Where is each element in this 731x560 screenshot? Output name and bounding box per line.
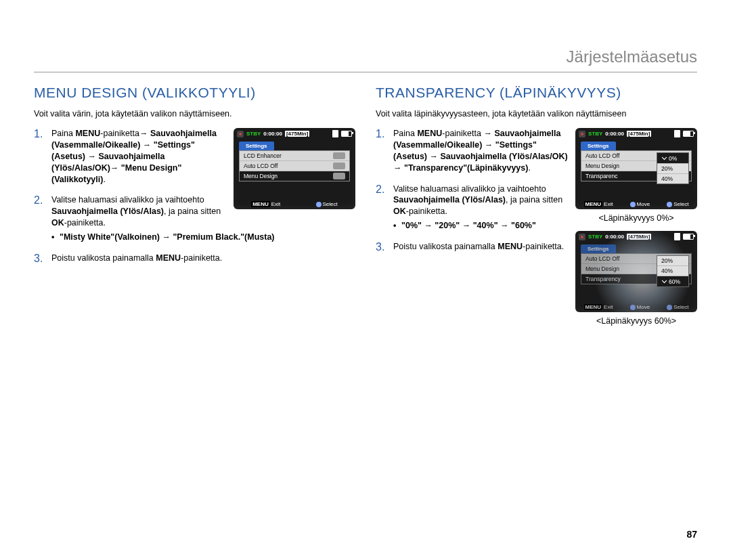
caption-60: <Läpinäkyvyys 60%> [575, 316, 697, 326]
step-1: Paina MENU-painiketta→ Sauvaohjaimella (… [34, 128, 355, 185]
popup-option: 20% [657, 256, 688, 266]
move-icon [630, 305, 636, 310]
popup-option: 40% [657, 174, 688, 184]
menu-tag: MENU [584, 304, 603, 310]
page-number: 87 [686, 529, 697, 540]
sd-card-icon [674, 233, 680, 240]
options-bullet: "Misty White"(Valkoinen) → "Premium Blac… [51, 232, 355, 243]
step-2: Valitse haluamasi alivalikko ja vaihtoeh… [34, 194, 355, 243]
cam-topbar: STBY 0:00:00 [475Min] [575, 231, 697, 241]
camera-mode-icon [579, 234, 585, 240]
transparency-intro: Voit valita läpinäkyvyysasteen, jota käy… [376, 109, 697, 119]
battery-icon [683, 234, 694, 240]
step-3: Poistu valikosta painamalla MENU-painike… [34, 253, 355, 264]
rec-time: 0:00:00 [605, 234, 624, 240]
menu-design-title: MENU DESIGN (VALIKKOTYYLI) [34, 85, 355, 101]
popup-option-selected: 60% [657, 276, 688, 286]
popup-option: 40% [657, 266, 688, 276]
step-2: Valitse haluamasi alivalikko ja vaihtoeh… [376, 184, 697, 232]
select-icon [667, 305, 672, 310]
options-bullet: "0%" → "20%" → "40%" → "60%" [393, 220, 697, 232]
remain-time: [475Min] [627, 234, 651, 240]
cam-bottom-bar: MENUExit Move Select [575, 304, 697, 310]
step-1: Paina MENU-painiketta → Sauvaohjaimella … [376, 128, 697, 174]
transparency-popup: 20% 40% 60% [657, 255, 689, 287]
menu-design-intro: Voit valita värin, jota käytetään valiko… [34, 109, 355, 119]
right-column: TRANSPARENCY (LÄPINÄKYVYYS) Voit valita … [376, 85, 697, 326]
step-3: Poistu valikosta painamalla MENU-painike… [376, 241, 697, 253]
move-label: Move [637, 304, 650, 310]
stby-label: STBY [588, 234, 602, 240]
page-header: Järjestelmäasetus [34, 47, 697, 72]
check-icon [662, 278, 667, 284]
exit-label: Exit [604, 304, 613, 310]
left-column: MENU DESIGN (VALIKKOTYYLI) Voit valita v… [34, 85, 355, 326]
menu-design-steps: Paina MENU-painiketta→ Sauvaohjaimella (… [34, 128, 355, 264]
transparency-title: TRANSPARENCY (LÄPINÄKYVYYS) [376, 85, 697, 101]
select-label: Select [673, 304, 688, 310]
